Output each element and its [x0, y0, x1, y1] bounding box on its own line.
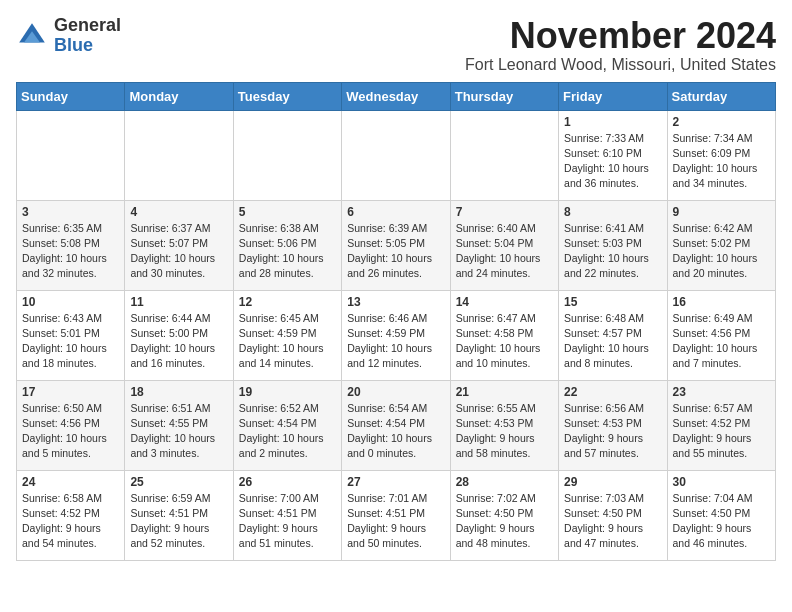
calendar-cell: 2Sunrise: 7:34 AM Sunset: 6:09 PM Daylig… — [667, 110, 775, 200]
day-info: Sunrise: 6:57 AM Sunset: 4:52 PM Dayligh… — [673, 401, 770, 462]
week-row-2: 3Sunrise: 6:35 AM Sunset: 5:08 PM Daylig… — [17, 200, 776, 290]
calendar-cell: 9Sunrise: 6:42 AM Sunset: 5:02 PM Daylig… — [667, 200, 775, 290]
day-number: 27 — [347, 475, 444, 489]
day-info: Sunrise: 7:33 AM Sunset: 6:10 PM Dayligh… — [564, 131, 661, 192]
day-number: 14 — [456, 295, 553, 309]
month-title: November 2024 — [465, 16, 776, 56]
calendar-cell: 26Sunrise: 7:00 AM Sunset: 4:51 PM Dayli… — [233, 470, 341, 560]
day-info: Sunrise: 6:41 AM Sunset: 5:03 PM Dayligh… — [564, 221, 661, 282]
day-number: 23 — [673, 385, 770, 399]
day-info: Sunrise: 6:40 AM Sunset: 5:04 PM Dayligh… — [456, 221, 553, 282]
calendar-cell: 25Sunrise: 6:59 AM Sunset: 4:51 PM Dayli… — [125, 470, 233, 560]
day-info: Sunrise: 6:38 AM Sunset: 5:06 PM Dayligh… — [239, 221, 336, 282]
calendar-cell: 6Sunrise: 6:39 AM Sunset: 5:05 PM Daylig… — [342, 200, 450, 290]
calendar-cell: 18Sunrise: 6:51 AM Sunset: 4:55 PM Dayli… — [125, 380, 233, 470]
day-number: 20 — [347, 385, 444, 399]
calendar-cell — [233, 110, 341, 200]
title-area: November 2024 Fort Leonard Wood, Missour… — [465, 16, 776, 74]
calendar-cell: 20Sunrise: 6:54 AM Sunset: 4:54 PM Dayli… — [342, 380, 450, 470]
day-info: Sunrise: 6:37 AM Sunset: 5:07 PM Dayligh… — [130, 221, 227, 282]
calendar-cell — [450, 110, 558, 200]
week-row-4: 17Sunrise: 6:50 AM Sunset: 4:56 PM Dayli… — [17, 380, 776, 470]
calendar-cell: 23Sunrise: 6:57 AM Sunset: 4:52 PM Dayli… — [667, 380, 775, 470]
calendar-cell: 8Sunrise: 6:41 AM Sunset: 5:03 PM Daylig… — [559, 200, 667, 290]
weekday-header-sunday: Sunday — [17, 82, 125, 110]
calendar-cell — [17, 110, 125, 200]
calendar-cell: 24Sunrise: 6:58 AM Sunset: 4:52 PM Dayli… — [17, 470, 125, 560]
calendar-cell — [125, 110, 233, 200]
weekday-header-wednesday: Wednesday — [342, 82, 450, 110]
logo: General Blue — [16, 16, 121, 56]
day-number: 8 — [564, 205, 661, 219]
day-info: Sunrise: 6:58 AM Sunset: 4:52 PM Dayligh… — [22, 491, 119, 552]
day-info: Sunrise: 6:45 AM Sunset: 4:59 PM Dayligh… — [239, 311, 336, 372]
day-info: Sunrise: 6:56 AM Sunset: 4:53 PM Dayligh… — [564, 401, 661, 462]
day-number: 24 — [22, 475, 119, 489]
calendar-cell: 11Sunrise: 6:44 AM Sunset: 5:00 PM Dayli… — [125, 290, 233, 380]
day-info: Sunrise: 7:03 AM Sunset: 4:50 PM Dayligh… — [564, 491, 661, 552]
day-info: Sunrise: 6:43 AM Sunset: 5:01 PM Dayligh… — [22, 311, 119, 372]
day-number: 22 — [564, 385, 661, 399]
day-info: Sunrise: 6:44 AM Sunset: 5:00 PM Dayligh… — [130, 311, 227, 372]
weekday-header-row: SundayMondayTuesdayWednesdayThursdayFrid… — [17, 82, 776, 110]
calendar-cell: 17Sunrise: 6:50 AM Sunset: 4:56 PM Dayli… — [17, 380, 125, 470]
day-number: 17 — [22, 385, 119, 399]
day-info: Sunrise: 6:49 AM Sunset: 4:56 PM Dayligh… — [673, 311, 770, 372]
calendar-cell: 3Sunrise: 6:35 AM Sunset: 5:08 PM Daylig… — [17, 200, 125, 290]
calendar-cell: 21Sunrise: 6:55 AM Sunset: 4:53 PM Dayli… — [450, 380, 558, 470]
day-info: Sunrise: 6:54 AM Sunset: 4:54 PM Dayligh… — [347, 401, 444, 462]
day-number: 3 — [22, 205, 119, 219]
calendar-cell: 28Sunrise: 7:02 AM Sunset: 4:50 PM Dayli… — [450, 470, 558, 560]
calendar-cell: 12Sunrise: 6:45 AM Sunset: 4:59 PM Dayli… — [233, 290, 341, 380]
week-row-5: 24Sunrise: 6:58 AM Sunset: 4:52 PM Dayli… — [17, 470, 776, 560]
day-info: Sunrise: 6:59 AM Sunset: 4:51 PM Dayligh… — [130, 491, 227, 552]
day-info: Sunrise: 6:48 AM Sunset: 4:57 PM Dayligh… — [564, 311, 661, 372]
day-info: Sunrise: 6:52 AM Sunset: 4:54 PM Dayligh… — [239, 401, 336, 462]
day-info: Sunrise: 6:50 AM Sunset: 4:56 PM Dayligh… — [22, 401, 119, 462]
calendar-cell — [342, 110, 450, 200]
day-info: Sunrise: 7:01 AM Sunset: 4:51 PM Dayligh… — [347, 491, 444, 552]
day-number: 15 — [564, 295, 661, 309]
day-number: 2 — [673, 115, 770, 129]
day-number: 16 — [673, 295, 770, 309]
day-number: 7 — [456, 205, 553, 219]
calendar-cell: 10Sunrise: 6:43 AM Sunset: 5:01 PM Dayli… — [17, 290, 125, 380]
week-row-3: 10Sunrise: 6:43 AM Sunset: 5:01 PM Dayli… — [17, 290, 776, 380]
week-row-1: 1Sunrise: 7:33 AM Sunset: 6:10 PM Daylig… — [17, 110, 776, 200]
day-number: 10 — [22, 295, 119, 309]
weekday-header-saturday: Saturday — [667, 82, 775, 110]
day-number: 6 — [347, 205, 444, 219]
day-info: Sunrise: 6:46 AM Sunset: 4:59 PM Dayligh… — [347, 311, 444, 372]
calendar-cell: 29Sunrise: 7:03 AM Sunset: 4:50 PM Dayli… — [559, 470, 667, 560]
day-number: 25 — [130, 475, 227, 489]
calendar-cell: 15Sunrise: 6:48 AM Sunset: 4:57 PM Dayli… — [559, 290, 667, 380]
day-number: 5 — [239, 205, 336, 219]
weekday-header-friday: Friday — [559, 82, 667, 110]
day-number: 13 — [347, 295, 444, 309]
day-number: 21 — [456, 385, 553, 399]
calendar-cell: 4Sunrise: 6:37 AM Sunset: 5:07 PM Daylig… — [125, 200, 233, 290]
logo-icon — [16, 20, 48, 52]
day-info: Sunrise: 7:02 AM Sunset: 4:50 PM Dayligh… — [456, 491, 553, 552]
day-number: 19 — [239, 385, 336, 399]
calendar-cell: 27Sunrise: 7:01 AM Sunset: 4:51 PM Dayli… — [342, 470, 450, 560]
calendar-cell: 22Sunrise: 6:56 AM Sunset: 4:53 PM Dayli… — [559, 380, 667, 470]
day-info: Sunrise: 6:35 AM Sunset: 5:08 PM Dayligh… — [22, 221, 119, 282]
calendar-cell: 16Sunrise: 6:49 AM Sunset: 4:56 PM Dayli… — [667, 290, 775, 380]
day-info: Sunrise: 7:34 AM Sunset: 6:09 PM Dayligh… — [673, 131, 770, 192]
calendar-cell: 7Sunrise: 6:40 AM Sunset: 5:04 PM Daylig… — [450, 200, 558, 290]
day-number: 12 — [239, 295, 336, 309]
day-number: 18 — [130, 385, 227, 399]
logo-general: General — [54, 16, 121, 36]
calendar-cell: 5Sunrise: 6:38 AM Sunset: 5:06 PM Daylig… — [233, 200, 341, 290]
logo-text: General Blue — [54, 16, 121, 56]
calendar-table: SundayMondayTuesdayWednesdayThursdayFrid… — [16, 82, 776, 561]
logo-blue: Blue — [54, 36, 121, 56]
calendar-cell: 14Sunrise: 6:47 AM Sunset: 4:58 PM Dayli… — [450, 290, 558, 380]
day-info: Sunrise: 7:04 AM Sunset: 4:50 PM Dayligh… — [673, 491, 770, 552]
day-number: 4 — [130, 205, 227, 219]
day-number: 1 — [564, 115, 661, 129]
day-info: Sunrise: 7:00 AM Sunset: 4:51 PM Dayligh… — [239, 491, 336, 552]
calendar-cell: 1Sunrise: 7:33 AM Sunset: 6:10 PM Daylig… — [559, 110, 667, 200]
day-number: 29 — [564, 475, 661, 489]
